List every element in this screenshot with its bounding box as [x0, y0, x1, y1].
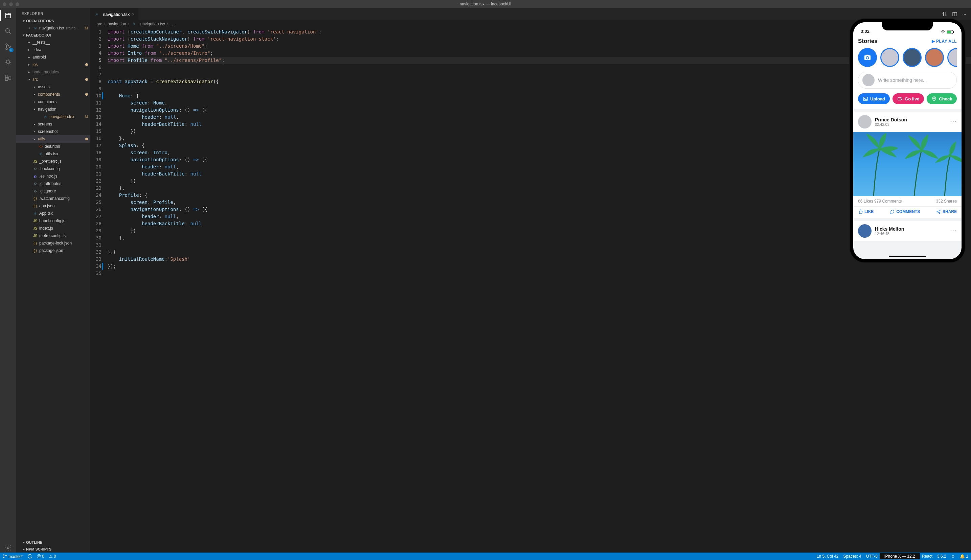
tree-item-label: utils — [38, 137, 45, 142]
folder-item[interactable]: ▸node_modules — [16, 68, 90, 76]
encoding[interactable]: UTF-8 — [866, 554, 878, 558]
notifications-icon[interactable]: 🔔 1 — [960, 554, 968, 558]
more-icon[interactable]: ··· — [962, 12, 966, 17]
breadcrumb-item[interactable]: src — [97, 22, 102, 27]
typescript-version[interactable]: 3.6.2 — [937, 554, 946, 558]
folder-item[interactable]: ▸components — [16, 91, 90, 98]
svg-rect-5 — [5, 75, 8, 77]
tab-label: navigation.tsx — [103, 12, 130, 17]
tree-item-label: babel.config.js — [39, 218, 65, 223]
modified-dot — [85, 63, 88, 66]
file-item[interactable]: JS_prettierrc.js — [16, 158, 90, 165]
file-item[interactable]: ⚛utils.tsx — [16, 150, 90, 158]
html-file-icon: <> — [38, 144, 43, 149]
folder-item[interactable]: ▸ios — [16, 61, 90, 68]
tree-item-label: __tests__ — [32, 40, 50, 45]
extensions-icon[interactable] — [3, 73, 13, 83]
config-file-icon: ⚙ — [32, 188, 38, 194]
file-item[interactable]: <>test.html — [16, 143, 90, 150]
modified-dot — [85, 78, 88, 81]
breadcrumbs[interactable]: src› navigation› ⚛ navigation.tsx› ... — [90, 20, 971, 28]
file-item[interactable]: { }app.json — [16, 202, 90, 210]
folder-item[interactable]: ▸__tests__ — [16, 38, 90, 46]
language-mode[interactable]: React — [922, 554, 933, 558]
tree-item-label: src — [32, 77, 38, 82]
file-item[interactable]: JSbabel.config.js — [16, 217, 90, 225]
search-icon[interactable] — [3, 27, 13, 36]
sync-icon[interactable] — [27, 554, 32, 559]
folder-item[interactable]: ▸assets — [16, 83, 90, 91]
close-icon[interactable]: × — [28, 27, 32, 30]
folder-item[interactable]: ▸utils — [16, 135, 90, 143]
cursor-position[interactable]: Ln 5, Col 42 — [817, 554, 839, 558]
file-item[interactable]: ⚛App.tsx — [16, 210, 90, 217]
open-editor-filename: navigation.tsx — [39, 26, 64, 30]
npm-scripts-section[interactable]: NPM SCRIPTS — [16, 546, 90, 553]
config-file-icon: ⚙ — [32, 181, 38, 186]
file-item[interactable]: { }package.json — [16, 247, 90, 254]
file-item[interactable]: { }package-lock.json — [16, 239, 90, 247]
open-editor-item[interactable]: × ⚛ navigation.tsx src/na... M — [16, 24, 90, 32]
source-control-icon[interactable]: 6 — [3, 42, 13, 52]
react-file-icon: ⚛ — [132, 21, 137, 27]
file-item[interactable]: JSindex.js — [16, 225, 90, 232]
folder-item[interactable]: ▾navigation — [16, 105, 90, 113]
js-file-icon: JS — [32, 218, 38, 223]
svg-point-3 — [9, 46, 10, 48]
chevron-right-icon: ▸ — [34, 93, 38, 96]
file-item[interactable]: ⚙.gitignore — [16, 187, 90, 195]
simulator-label[interactable]: iPhone X — 12.2 — [880, 553, 920, 559]
eslint-file-icon: ◐ — [32, 173, 38, 179]
folder-item[interactable]: ▸.idea — [16, 46, 90, 53]
outline-section[interactable]: OUTLINE — [16, 539, 90, 546]
indentation[interactable]: Spaces: 4 — [843, 554, 861, 558]
typescript-file-icon: ⚛ — [38, 151, 43, 157]
react-file-icon: ⚛ — [32, 25, 38, 31]
settings-gear-icon[interactable] — [3, 543, 13, 553]
file-item[interactable]: ⚛navigation.tsxM — [16, 113, 90, 120]
chevron-right-icon: ▸ — [34, 130, 38, 133]
folder-item[interactable]: ▸screens — [16, 120, 90, 128]
window-controls[interactable] — [3, 2, 19, 6]
breadcrumb-item[interactable]: navigation — [108, 22, 126, 27]
folder-item[interactable]: ▸containers — [16, 98, 90, 105]
chevron-right-icon: ▸ — [28, 55, 32, 59]
editor-area: ⚛ navigation.tsx × ··· src› navigation› … — [90, 8, 971, 553]
debug-icon[interactable] — [3, 57, 13, 67]
zoom-window-icon[interactable] — [15, 2, 19, 6]
compare-changes-icon[interactable] — [942, 12, 947, 17]
file-item[interactable]: { }.watchmanconfig — [16, 195, 90, 202]
split-editor-icon[interactable] — [952, 12, 958, 17]
file-item[interactable]: ◐.eslintrc.js — [16, 172, 90, 180]
close-window-icon[interactable] — [3, 2, 7, 6]
minimize-window-icon[interactable] — [9, 2, 13, 6]
breadcrumb-item[interactable]: ... — [170, 22, 174, 27]
project-section[interactable]: FACEBOOKUI — [16, 32, 90, 38]
editor-tab[interactable]: ⚛ navigation.tsx × — [90, 8, 139, 20]
code-content[interactable]: import {createAppContainer, createSwitch… — [108, 28, 971, 553]
warnings-indicator[interactable]: ⚠ 0 — [49, 554, 56, 558]
breadcrumb-item[interactable]: navigation.tsx — [140, 22, 165, 27]
file-item[interactable]: ⚙.buckconfig — [16, 165, 90, 172]
errors-indicator[interactable]: ⓧ 0 — [37, 553, 44, 559]
feedback-icon[interactable]: ☺ — [951, 554, 955, 558]
tree-item-label: components — [38, 92, 60, 97]
open-editor-path: src/na... — [65, 26, 78, 30]
code-area[interactable]: 1234567891011121314151617181920212223242… — [90, 28, 971, 553]
tree-item-label: .gitignore — [39, 189, 56, 193]
file-item[interactable]: JSmetro.config.js — [16, 232, 90, 239]
titlebar: navigation.tsx — facebookUI — [0, 0, 971, 8]
folder-item[interactable]: ▸screenshot — [16, 128, 90, 135]
folder-item[interactable]: ▸android — [16, 53, 90, 61]
window-title: navigation.tsx — facebookUI — [460, 2, 512, 7]
chevron-right-icon: ▸ — [28, 48, 32, 52]
scm-badge: 6 — [9, 48, 13, 52]
file-item[interactable]: ⚙.gitattributes — [16, 180, 90, 187]
json-file-icon: { } — [32, 203, 38, 208]
branch-indicator[interactable]: master* — [3, 554, 23, 559]
explorer-icon[interactable] — [3, 11, 13, 20]
chevron-right-icon: ▸ — [28, 70, 32, 74]
close-tab-icon[interactable]: × — [132, 12, 135, 17]
folder-item[interactable]: ▾src — [16, 76, 90, 83]
open-editors-section[interactable]: OPEN EDITORS — [16, 18, 90, 24]
